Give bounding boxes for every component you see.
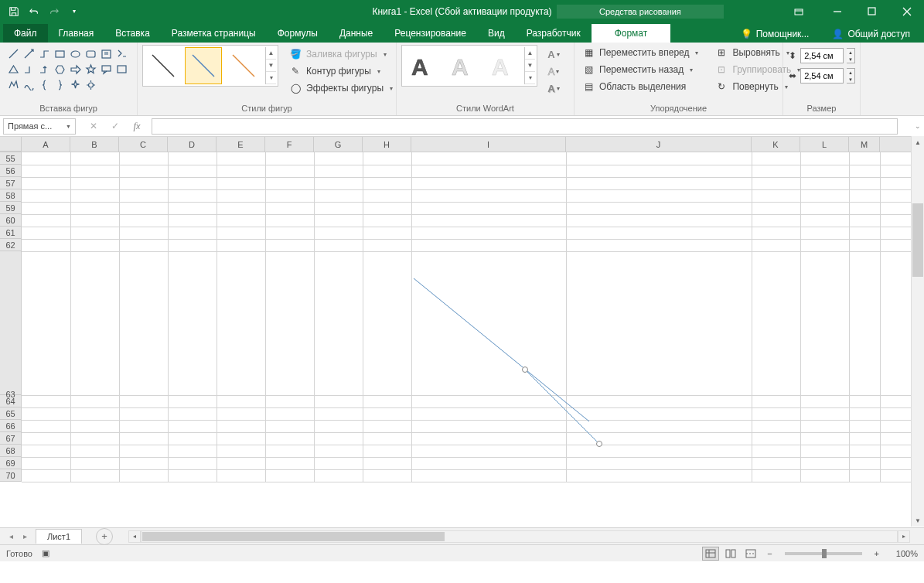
hscroll-left-button[interactable]: ◂ <box>128 530 141 543</box>
width-down-button[interactable]: ▼ <box>847 76 854 83</box>
row-header-66[interactable]: 66 <box>0 420 21 432</box>
name-box[interactable]: Прямая с...▼ <box>3 118 76 135</box>
shape-more-icon[interactable] <box>114 62 129 77</box>
shape-star-icon[interactable] <box>84 62 98 77</box>
row-header-64[interactable]: 64 <box>0 395 21 407</box>
line-handle-start[interactable] <box>522 367 528 373</box>
view-page-break-button[interactable] <box>742 547 759 561</box>
shape-oval-icon[interactable] <box>68 46 83 61</box>
sheet-nav-prev[interactable]: ◂ <box>5 530 17 543</box>
row-header-59[interactable]: 59 <box>0 202 21 214</box>
view-normal-button[interactable] <box>702 547 719 561</box>
width-up-button[interactable]: ▲ <box>847 69 854 76</box>
shape-rounded-rect-icon[interactable] <box>84 46 98 61</box>
height-up-button[interactable]: ▲ <box>847 49 854 56</box>
shape-elbow-icon[interactable] <box>22 62 36 77</box>
row-header-70[interactable]: 70 <box>0 469 21 482</box>
select-all-corner[interactable] <box>0 137 22 152</box>
tab-file[interactable]: Файл <box>3 24 48 43</box>
qat-customize-button[interactable]: ▾ <box>65 2 84 21</box>
wordart-gallery[interactable]: А А А ▲ ▼ ▾ <box>401 45 537 87</box>
wordart-preset-1[interactable]: А <box>404 47 441 84</box>
col-header-E[interactable]: E <box>217 137 265 152</box>
shape-curve-icon[interactable] <box>22 77 36 92</box>
tab-formulas[interactable]: Формулы <box>267 24 329 43</box>
tab-data[interactable]: Данные <box>329 24 384 43</box>
vertical-scrollbar[interactable]: ▲ ▼ <box>911 136 924 527</box>
style-preset-3[interactable] <box>225 47 262 84</box>
wordart-preset-3[interactable]: А <box>484 47 521 84</box>
zoom-slider[interactable] <box>785 552 862 555</box>
row-header-61[interactable]: 61 <box>0 227 21 239</box>
gallery-more-button[interactable]: ▾ <box>266 72 276 84</box>
col-header-K[interactable]: K <box>752 137 800 152</box>
tab-home[interactable]: Главная <box>48 24 105 43</box>
tell-me-search[interactable]: 💡Помощник... <box>735 26 816 43</box>
shape-line-icon[interactable] <box>6 46 21 61</box>
line-handle-end[interactable] <box>596 441 602 447</box>
shape-brace-r-icon[interactable] <box>53 77 67 92</box>
minimize-button[interactable] <box>820 0 854 22</box>
tab-developer[interactable]: Разработчик <box>516 24 592 43</box>
zoom-in-button[interactable]: + <box>870 549 884 558</box>
tab-view[interactable]: Вид <box>477 24 516 43</box>
shape-outline-button[interactable]: ✎Контур фигуры▾ <box>286 63 396 79</box>
row-header-55[interactable]: 55 <box>0 152 21 165</box>
formula-input[interactable] <box>152 118 898 135</box>
sheet-nav-next[interactable]: ▸ <box>19 530 31 543</box>
undo-button[interactable] <box>25 2 43 21</box>
maximize-button[interactable] <box>854 0 889 22</box>
redo-button[interactable] <box>45 2 63 21</box>
shape-fill-button[interactable]: 🪣Заливка фигуры▾ <box>286 46 396 62</box>
col-header-A[interactable]: A <box>22 137 70 152</box>
selection-pane-button[interactable]: ▤Область выделения <box>579 79 701 94</box>
col-header-G[interactable]: G <box>314 137 363 152</box>
row-header-57[interactable]: 57 <box>0 177 21 189</box>
col-header-F[interactable]: F <box>265 137 314 152</box>
zoom-out-button[interactable]: − <box>762 549 776 558</box>
row-header-62[interactable]: 62 <box>0 239 21 251</box>
view-page-layout-button[interactable] <box>722 547 739 561</box>
row-header-58[interactable]: 58 <box>0 189 21 202</box>
wa-down-button[interactable]: ▼ <box>525 60 535 72</box>
col-header-H[interactable]: H <box>363 137 411 152</box>
zoom-thumb[interactable] <box>822 549 827 558</box>
row-header-60[interactable]: 60 <box>0 214 21 227</box>
share-button[interactable]: 👤Общий доступ <box>826 26 916 43</box>
row-header-68[interactable]: 68 <box>0 445 21 457</box>
col-header-L[interactable]: L <box>800 137 849 152</box>
save-button[interactable] <box>5 2 23 21</box>
ribbon-display-button[interactable] <box>781 0 816 22</box>
shape-edit-icon[interactable] <box>114 46 129 61</box>
close-button[interactable] <box>889 0 924 22</box>
row-header-67[interactable]: 67 <box>0 432 21 445</box>
col-header-J[interactable]: J <box>566 137 752 152</box>
tab-review[interactable]: Рецензирование <box>384 24 477 43</box>
shape-sun-icon[interactable] <box>84 77 98 92</box>
tab-insert[interactable]: Вставка <box>104 24 161 43</box>
text-outline-button[interactable]: A▾ <box>545 63 562 79</box>
sheet-tab-active[interactable]: Лист1 <box>36 529 82 544</box>
shape-styles-gallery[interactable]: ▲ ▼ ▾ <box>142 45 278 87</box>
cells-canvas[interactable] <box>22 152 924 482</box>
bring-forward-button[interactable]: ▦Переместить вперед▾ <box>579 45 701 60</box>
row-header-65[interactable]: 65 <box>0 407 21 420</box>
macro-record-icon[interactable]: ▣ <box>42 548 49 558</box>
width-input[interactable] <box>800 68 844 84</box>
scroll-down-button[interactable]: ▼ <box>912 514 924 527</box>
shape-connector-icon[interactable] <box>37 46 52 61</box>
confirm-edit-button[interactable]: ✓ <box>107 118 124 134</box>
shape-arrow-icon[interactable] <box>68 62 83 77</box>
shape-rectangle-icon[interactable] <box>53 46 67 61</box>
wa-up-button[interactable]: ▲ <box>525 47 535 60</box>
height-down-button[interactable]: ▼ <box>847 56 854 63</box>
shape-callout-icon[interactable] <box>99 62 114 77</box>
col-header-D[interactable]: D <box>168 137 217 152</box>
shape-elbow-arrow-icon[interactable] <box>37 62 52 77</box>
height-input[interactable] <box>800 48 844 63</box>
scroll-up-button[interactable]: ▲ <box>912 136 924 148</box>
style-preset-1[interactable] <box>145 47 182 84</box>
shape-freeform-icon[interactable] <box>6 77 21 92</box>
wordart-preset-2[interactable]: А <box>444 47 481 84</box>
expand-formula-button[interactable]: ⌄ <box>912 122 924 130</box>
